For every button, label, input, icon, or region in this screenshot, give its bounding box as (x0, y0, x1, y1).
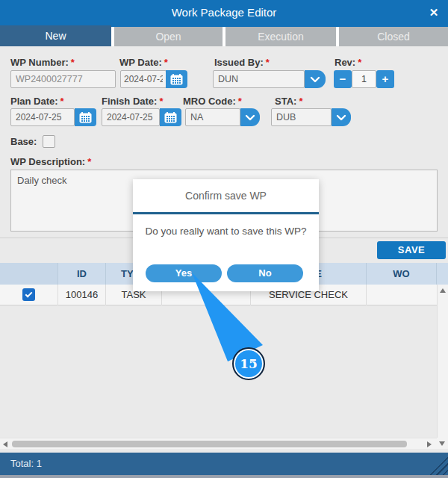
chevron-down-icon (336, 114, 346, 121)
mro-code-label: MRO Code:* (183, 96, 242, 107)
callout-step-badge: 15 (232, 347, 265, 380)
rev-decrement-button[interactable]: − (334, 70, 352, 88)
dialog-divider (133, 212, 319, 214)
required-asterisk: * (71, 57, 75, 68)
issued-by-dropdown-button[interactable] (305, 70, 326, 88)
calendar-icon (79, 112, 92, 123)
table-header-id: ID (58, 263, 106, 285)
tab-new[interactable]: New (0, 25, 111, 46)
mro-code-dropdown-button[interactable] (240, 108, 260, 126)
wp-date-input[interactable] (120, 70, 167, 88)
work-package-editor-window: Work Package Editor ✕ New Open Execution… (0, 0, 448, 478)
yes-button[interactable]: Yes (146, 264, 222, 282)
footer-bar (0, 453, 448, 475)
sta-select[interactable]: DUB (271, 108, 332, 126)
base-label: Base: (10, 136, 37, 147)
confirm-save-dialog: Confirm save WP Do you really want to sa… (133, 179, 319, 291)
finish-date-input[interactable] (102, 108, 160, 126)
scrollbar-corner (437, 438, 448, 449)
table-header-filler (437, 263, 448, 285)
sta-label: STA:* (275, 96, 302, 107)
row-select-cell (0, 285, 58, 305)
wp-date-calendar-button[interactable] (166, 70, 187, 88)
issued-by-label: Issued By:* (214, 57, 270, 68)
plan-date-label: Plan Date:* (10, 96, 64, 107)
vertical-scrollbar[interactable] (437, 285, 448, 438)
dialog-message: Do you really want to save this WP? (133, 226, 319, 237)
row-id-cell: 100146 (58, 285, 106, 305)
tab-closed[interactable]: Closed (339, 27, 448, 46)
scroll-down-icon[interactable] (439, 441, 445, 446)
close-button[interactable]: ✕ (424, 0, 444, 25)
plus-icon: + (382, 70, 389, 88)
wp-description-label: WP Description:* (10, 156, 91, 167)
required-asterisk: * (159, 96, 163, 107)
chevron-down-icon (310, 76, 320, 83)
window-bottom-edge (0, 475, 448, 478)
scroll-left-icon[interactable] (3, 441, 7, 447)
rev-label: Rev:* (335, 57, 361, 68)
required-asterisk: * (299, 96, 302, 107)
sta-dropdown-button[interactable] (332, 108, 351, 126)
scroll-right-icon[interactable] (427, 441, 432, 447)
tab-execution[interactable]: Execution (225, 27, 336, 46)
chevron-down-icon (245, 114, 255, 121)
mro-code-select[interactable]: NA (185, 108, 240, 126)
save-button[interactable]: SAVE (377, 241, 446, 259)
dialog-title: Confirm save WP (133, 190, 319, 202)
no-button[interactable]: No (227, 264, 303, 282)
required-asterisk: * (164, 57, 168, 68)
required-asterisk: * (358, 57, 361, 68)
wp-number-label: WP Number:* (10, 57, 75, 68)
row-checkbox[interactable] (22, 288, 35, 301)
required-asterisk: * (266, 57, 270, 68)
rev-value-field[interactable]: 1 (352, 70, 376, 88)
window-title: Work Package Editor (0, 0, 448, 25)
wp-date-label: WP Date:* (119, 57, 168, 68)
check-icon (25, 291, 33, 298)
table-header-wo: WO (367, 263, 437, 285)
minus-icon: − (340, 70, 346, 88)
finish-date-label: Finish Date:* (102, 96, 163, 107)
base-checkbox[interactable] (43, 135, 55, 148)
calendar-icon (170, 74, 183, 85)
scroll-up-icon[interactable] (440, 288, 446, 293)
wp-number-input[interactable] (10, 70, 116, 88)
required-asterisk: * (238, 96, 242, 107)
required-asterisk: * (87, 156, 91, 167)
total-count: Total: 1 (10, 453, 42, 475)
horizontal-scrollbar[interactable] (0, 438, 437, 449)
table-header-select (0, 263, 58, 285)
plan-date-input[interactable] (10, 108, 75, 126)
close-icon: ✕ (429, 6, 439, 19)
plan-date-calendar-button[interactable] (75, 108, 96, 126)
tab-open[interactable]: Open (114, 27, 223, 46)
required-asterisk: * (60, 96, 64, 107)
horizontal-scrollbar-thumb[interactable] (12, 441, 407, 447)
rev-increment-button[interactable]: + (376, 70, 394, 88)
issued-by-select[interactable]: DUN (213, 70, 305, 88)
finish-date-calendar-button[interactable] (160, 108, 181, 126)
row-wo-cell (367, 285, 437, 305)
title-bar: Work Package Editor ✕ (0, 0, 448, 25)
calendar-icon (164, 112, 177, 123)
